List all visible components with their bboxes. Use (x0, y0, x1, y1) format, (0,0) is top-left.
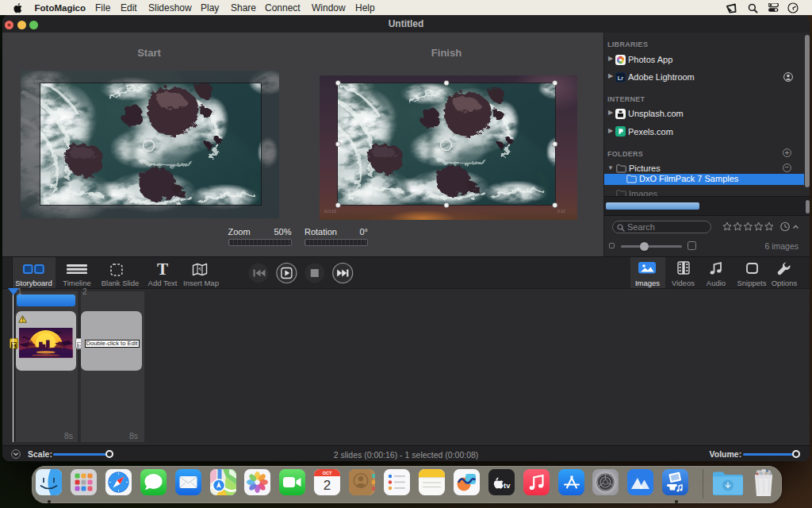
svg-text:OCT: OCT (323, 471, 332, 475)
svg-text:!: ! (21, 317, 23, 322)
svg-text:2: 2 (324, 478, 331, 493)
svg-text:tv: tv (504, 481, 511, 490)
svg-text:Lr: Lr (618, 74, 624, 81)
